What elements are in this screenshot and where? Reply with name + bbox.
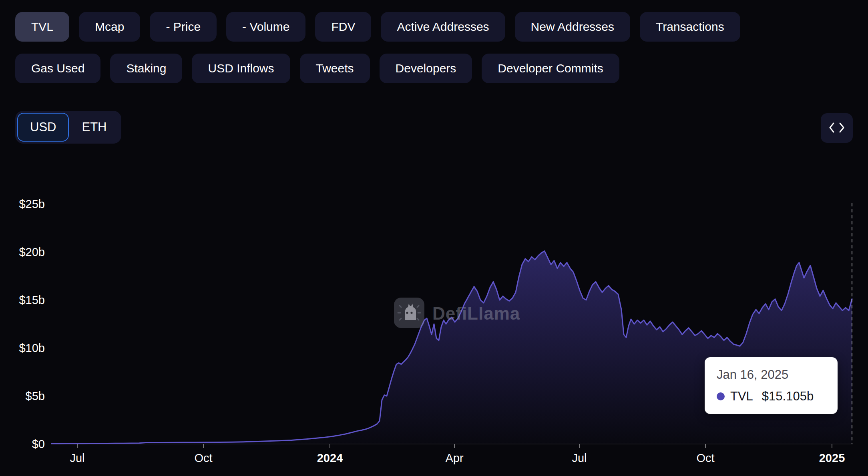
x-axis-label: Oct — [696, 451, 714, 465]
currency-option-usd[interactable]: USD — [17, 113, 69, 142]
x-axis-label: Oct — [194, 451, 212, 465]
x-axis-label: Apr — [445, 451, 463, 465]
tab-gas-used[interactable]: Gas Used — [15, 54, 100, 83]
tab-new-addresses[interactable]: New Addresses — [515, 12, 630, 42]
metric-tabs: Gas UsedStakingUSD InflowsTweetsDevelope… — [15, 54, 619, 83]
y-axis-label: $15b — [0, 293, 45, 307]
tab-tweets[interactable]: Tweets — [300, 54, 370, 83]
y-axis-label: $5b — [0, 389, 45, 403]
code-icon — [828, 122, 845, 134]
tab-developer-commits[interactable]: Developer Commits — [482, 54, 619, 83]
tooltip-value: $15.105b — [762, 389, 814, 404]
y-axis-label: $10b — [0, 341, 45, 355]
tab-transactions[interactable]: Transactions — [640, 12, 740, 42]
tab-developers[interactable]: Developers — [380, 54, 472, 83]
tab-mcap[interactable]: Mcap — [79, 12, 140, 42]
currency-option-eth[interactable]: ETH — [69, 113, 119, 142]
chart-tooltip: Jan 16, 2025 TVL $15.105b — [705, 357, 838, 414]
y-axis-label: $25b — [0, 197, 45, 211]
embed-code-button[interactable] — [821, 113, 853, 143]
tab-volume[interactable]: - Volume — [226, 12, 305, 42]
x-axis-label: Jul — [572, 451, 587, 465]
tab-usd-inflows[interactable]: USD Inflows — [192, 54, 290, 83]
tab-tvl[interactable]: TVL — [15, 12, 69, 42]
tab-active-addresses[interactable]: Active Addresses — [381, 12, 505, 42]
tvl-series-dot — [717, 392, 725, 400]
x-axis-label: Jul — [70, 451, 84, 465]
tooltip-date: Jan 16, 2025 — [717, 368, 826, 382]
x-axis-label: 2025 — [819, 451, 845, 465]
chart-type-tabs: TVLMcap- Price- VolumeFDVActive Addresse… — [15, 12, 740, 42]
tab-price[interactable]: - Price — [150, 12, 217, 42]
tooltip-series-name: TVL — [730, 389, 753, 404]
defillama-chart-page: TVLMcap- Price- VolumeFDVActive Addresse… — [0, 0, 868, 476]
currency-toggle: USDETH — [15, 111, 121, 144]
y-axis-label: $0 — [0, 437, 45, 451]
y-axis-label: $20b — [0, 245, 45, 259]
tvl-area-fill — [51, 251, 852, 444]
x-axis-label: 2024 — [317, 451, 343, 465]
tab-fdv[interactable]: FDV — [315, 12, 371, 42]
tab-staking[interactable]: Staking — [110, 54, 182, 83]
